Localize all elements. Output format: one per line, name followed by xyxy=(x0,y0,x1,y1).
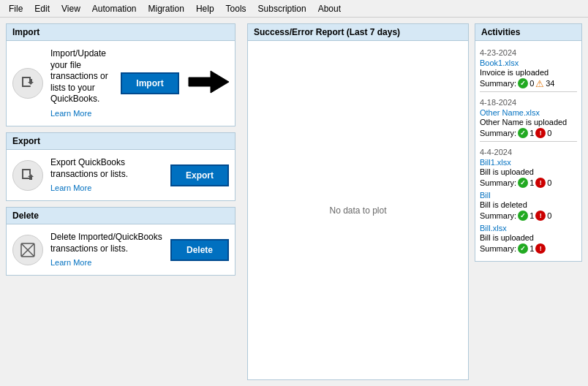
menu-file[interactable]: File xyxy=(3,2,29,15)
activity-item-5: Bill.xlsx Bill is uploaded Summary: ✓ 1 … xyxy=(480,224,577,254)
svg-rect-7 xyxy=(22,169,23,179)
right-panel: Activities 4-23-2024 Book1.xlsx Invoice … xyxy=(475,18,588,386)
green-count-4: 1 xyxy=(529,211,534,220)
import-body: Import/Update your file transactions or … xyxy=(7,41,235,126)
delete-section: Delete Delete Imported/QuickBooks transa… xyxy=(6,207,235,276)
activity-link-1[interactable]: Book1.xlsx xyxy=(480,58,577,67)
menu-migration[interactable]: Migration xyxy=(143,2,190,15)
activity-summary-1: Summary: ✓ 0 ⚠ 34 xyxy=(480,78,577,88)
main-layout: Import Import/Update your file transacti… xyxy=(0,18,588,386)
activity-link-2[interactable]: Other Name.xlsx xyxy=(480,108,577,117)
activity-desc-1: Invoice is uploaded xyxy=(480,68,577,77)
green-badge-4: ✓ xyxy=(518,211,528,221)
activity-link-5[interactable]: Bill.xlsx xyxy=(480,224,577,232)
activity-summary-5: Summary: ✓ 1 ! xyxy=(480,243,577,254)
green-count-2: 1 xyxy=(529,129,534,137)
import-text: Import/Update your file transactions or … xyxy=(50,48,113,118)
green-count-3: 1 xyxy=(529,178,534,187)
orange-count-2: 0 xyxy=(547,129,551,137)
divider-2 xyxy=(480,141,577,142)
import-header: Import xyxy=(7,24,235,41)
activity-item-1: 4-23-2024 Book1.xlsx Invoice is uploaded… xyxy=(480,45,577,92)
export-icon xyxy=(19,167,37,184)
delete-icon-container xyxy=(12,235,43,265)
activity-date-2: 4-18-2024 xyxy=(480,95,577,107)
red-badge-3: ! xyxy=(535,178,546,188)
menu-automation[interactable]: Automation xyxy=(86,2,143,15)
import-icon xyxy=(19,75,37,92)
export-body: Export QuickBooks transactions or lists.… xyxy=(7,150,235,200)
export-header: Export xyxy=(7,133,235,150)
summary-label-3: Summary: xyxy=(480,178,516,187)
menu-view[interactable]: View xyxy=(56,2,86,15)
center-body: No data to plot xyxy=(247,41,469,380)
delete-text: Delete Imported/QuickBooks transactions … xyxy=(50,232,163,268)
svg-marker-5 xyxy=(189,71,229,93)
activity-item-2: 4-18-2024 Other Name.xlsx Other Name is … xyxy=(480,95,577,142)
activity-link-4[interactable]: Bill xyxy=(480,191,577,200)
activity-date-3: 4-4-2024 xyxy=(480,145,577,156)
activity-summary-2: Summary: ✓ 1 ! 0 xyxy=(480,128,577,138)
import-button[interactable]: Import xyxy=(121,72,179,94)
export-description: Export QuickBooks transactions or lists. xyxy=(50,157,163,180)
activity-item-3: 4-4-2024 Bill1.xlsx Bill is uploaded Sum… xyxy=(480,145,577,188)
green-badge-3: ✓ xyxy=(518,178,528,188)
orange-badge-1: ⚠ xyxy=(535,79,544,88)
activity-desc-2: Other Name is uploaded xyxy=(480,118,577,126)
no-data-label: No data to plot xyxy=(329,205,386,216)
green-badge-1: ✓ xyxy=(518,78,528,88)
center-header: Success/Error Report (Last 7 days) xyxy=(247,23,469,41)
divider-1 xyxy=(480,91,577,92)
svg-rect-8 xyxy=(29,169,31,175)
activity-desc-3: Bill is uploaded xyxy=(480,167,577,176)
delete-button[interactable]: Delete xyxy=(170,239,229,261)
menu-tools[interactable]: Tools xyxy=(220,2,252,15)
svg-marker-4 xyxy=(28,79,34,85)
left-panel: Import Import/Update your file transacti… xyxy=(0,18,241,386)
summary-label-4: Summary: xyxy=(480,211,516,220)
orange-count-1: 34 xyxy=(546,79,554,88)
activity-summary-3: Summary: ✓ 1 ! 0 xyxy=(480,178,577,188)
menu-edit[interactable]: Edit xyxy=(29,2,56,15)
red-badge-5: ! xyxy=(535,243,546,254)
import-section: Import Import/Update your file transacti… xyxy=(6,23,235,126)
svg-rect-3 xyxy=(22,86,31,87)
green-count-1: 0 xyxy=(529,79,534,88)
export-learn-more[interactable]: Learn More xyxy=(50,183,91,192)
import-learn-more[interactable]: Learn More xyxy=(50,109,91,118)
delete-icon xyxy=(19,241,37,259)
activity-desc-4: Bill is deleted xyxy=(480,200,577,209)
green-badge-2: ✓ xyxy=(518,128,528,138)
import-description: Import/Update your file transactions or … xyxy=(50,48,113,105)
activity-desc-5: Bill is uploaded xyxy=(480,233,577,242)
import-arrow xyxy=(185,67,229,96)
green-count-5: 1 xyxy=(529,244,534,253)
summary-label-2: Summary: xyxy=(480,129,516,137)
export-text: Export QuickBooks transactions or lists.… xyxy=(50,157,163,193)
orange-count-4: 0 xyxy=(547,211,551,220)
center-panel: Success/Error Report (Last 7 days) No da… xyxy=(241,18,475,386)
import-icon-container xyxy=(12,68,43,99)
export-section: Export Export QuickBooks transactions or… xyxy=(6,132,235,201)
green-badge-5: ✓ xyxy=(518,243,528,254)
export-icon-container xyxy=(12,160,43,191)
red-badge-4: ! xyxy=(535,211,546,221)
delete-learn-more[interactable]: Learn More xyxy=(50,258,91,267)
activity-summary-4: Summary: ✓ 1 ! 0 xyxy=(480,211,577,221)
menu-about[interactable]: About xyxy=(312,2,347,15)
menu-help[interactable]: Help xyxy=(190,2,220,15)
activities-header: Activities xyxy=(475,23,582,41)
red-badge-2: ! xyxy=(535,128,546,138)
activity-item-4: Bill Bill is deleted Summary: ✓ 1 ! 0 xyxy=(480,191,577,221)
orange-count-3: 0 xyxy=(547,178,551,187)
menu-subscription[interactable]: Subscription xyxy=(252,2,312,15)
activity-link-3[interactable]: Bill1.xlsx xyxy=(480,158,577,167)
delete-header: Delete xyxy=(7,208,235,224)
summary-label-5: Summary: xyxy=(480,244,516,253)
export-button[interactable]: Export xyxy=(170,164,229,186)
delete-description: Delete Imported/QuickBooks transactions … xyxy=(50,232,163,254)
activities-body: 4-23-2024 Book1.xlsx Invoice is uploaded… xyxy=(475,41,582,262)
svg-rect-1 xyxy=(22,77,23,87)
delete-body: Delete Imported/QuickBooks transactions … xyxy=(7,224,235,275)
activity-date-1: 4-23-2024 xyxy=(480,45,577,57)
